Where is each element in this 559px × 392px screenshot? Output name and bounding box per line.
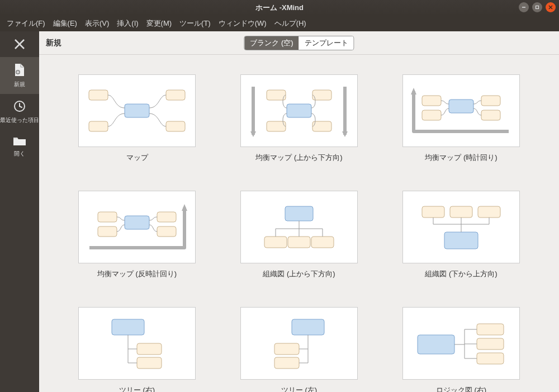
menu-edit[interactable]: 編集(E) xyxy=(50,17,80,30)
svg-rect-48 xyxy=(450,206,472,218)
sidebar-item-label: 最近使った項目 xyxy=(0,116,39,124)
template-label: 均衡マップ (時計回り) xyxy=(425,153,497,163)
svg-rect-14 xyxy=(89,121,108,131)
close-window-button[interactable] xyxy=(546,2,556,12)
thumbnail-balanced-down xyxy=(240,74,358,147)
svg-marker-23 xyxy=(250,131,256,137)
template-balanced-cw[interactable]: 均衡マップ (時計回り) xyxy=(402,74,520,163)
svg-rect-56 xyxy=(112,319,144,335)
template-label: ロジック図 (右) xyxy=(436,385,486,392)
template-tree-right[interactable]: ツリー (右) xyxy=(78,307,196,392)
svg-marker-25 xyxy=(342,131,348,137)
sidebar-item-open[interactable]: 開く xyxy=(0,130,39,163)
template-label: ツリー (左) xyxy=(281,385,317,392)
window-title: ホーム -XMind xyxy=(255,3,304,13)
thumbnail-logic-right xyxy=(402,307,520,380)
svg-rect-33 xyxy=(98,212,117,222)
minimize-button[interactable] xyxy=(519,2,529,12)
template-label: 均衡マップ (反時計回り) xyxy=(97,269,177,279)
svg-rect-47 xyxy=(422,206,444,218)
svg-rect-32 xyxy=(125,216,149,229)
sidebar-item-label: 開く xyxy=(14,150,25,158)
content-topbar: 新規 ブランク (空) テンプレート xyxy=(39,31,559,55)
thumbnail-balanced-cw xyxy=(402,74,520,147)
svg-rect-17 xyxy=(287,104,311,117)
menu-help[interactable]: ヘルプ(H) xyxy=(271,17,310,30)
svg-rect-16 xyxy=(166,121,185,131)
svg-rect-19 xyxy=(267,121,286,131)
menu-tools[interactable]: ツール(T) xyxy=(176,17,214,30)
svg-rect-64 xyxy=(477,338,504,350)
sidebar-item-label: 新規 xyxy=(14,81,25,88)
svg-rect-26 xyxy=(449,100,473,113)
svg-rect-65 xyxy=(477,353,504,364)
tab-blank[interactable]: ブランク (空) xyxy=(244,36,299,50)
svg-rect-18 xyxy=(267,90,286,100)
svg-rect-13 xyxy=(89,90,108,100)
svg-line-11 xyxy=(20,106,22,107)
thumbnail-tree-left xyxy=(240,307,358,380)
svg-rect-62 xyxy=(418,335,454,354)
svg-rect-29 xyxy=(481,96,500,106)
svg-rect-35 xyxy=(157,212,176,222)
tab-template[interactable]: テンプレート xyxy=(299,36,354,50)
maximize-button[interactable] xyxy=(532,2,542,12)
menu-change[interactable]: 変更(M) xyxy=(143,17,176,30)
thumbnail-org-down xyxy=(240,191,358,263)
template-label: ツリー (右) xyxy=(119,385,155,392)
svg-rect-21 xyxy=(312,121,331,131)
svg-rect-59 xyxy=(292,319,324,335)
menu-file[interactable]: ファイル(F) xyxy=(3,17,49,30)
svg-rect-63 xyxy=(477,324,504,335)
template-gallery[interactable]: マップ xyxy=(39,55,559,392)
svg-rect-38 xyxy=(285,206,313,221)
template-label: 組織図 (上から下方向) xyxy=(263,269,335,279)
thumbnail-org-up xyxy=(402,191,520,263)
sidebar: 新規 最近使った項目 開く xyxy=(0,31,39,392)
thumbnail-map xyxy=(78,74,196,147)
template-org-down[interactable]: 組織図 (上から下方向) xyxy=(240,191,358,279)
template-label: 均衡マップ (上から下方向) xyxy=(255,153,342,163)
menu-insert[interactable]: 挿入(I) xyxy=(113,17,141,30)
svg-rect-1 xyxy=(536,6,539,9)
svg-marker-31 xyxy=(411,88,416,95)
svg-rect-20 xyxy=(312,90,331,100)
svg-rect-34 xyxy=(98,226,117,237)
clock-icon xyxy=(13,100,26,113)
template-tree-left[interactable]: ツリー (左) xyxy=(240,307,358,392)
menu-view[interactable]: 表示(V) xyxy=(82,17,112,30)
menu-window[interactable]: ウィンドウ(W) xyxy=(215,17,270,30)
template-map[interactable]: マップ xyxy=(78,74,196,163)
svg-rect-12 xyxy=(125,104,149,117)
svg-rect-60 xyxy=(274,343,299,355)
svg-rect-28 xyxy=(422,110,441,120)
sidebar-item-recent[interactable]: 最近使った項目 xyxy=(0,94,39,130)
window-controls xyxy=(519,2,556,12)
svg-rect-57 xyxy=(137,343,162,355)
template-logic-right[interactable]: ロジック図 (右) xyxy=(402,307,520,392)
svg-rect-58 xyxy=(137,357,162,369)
tab-switcher: ブランク (空) テンプレート xyxy=(244,36,354,50)
folder-icon xyxy=(12,135,27,147)
svg-marker-37 xyxy=(182,204,187,211)
svg-rect-40 xyxy=(288,237,310,248)
svg-rect-30 xyxy=(481,110,500,120)
template-label: マップ xyxy=(126,153,148,163)
svg-rect-61 xyxy=(274,357,299,369)
template-balanced-down[interactable]: 均衡マップ (上から下方向) xyxy=(240,74,358,163)
template-balanced-ccw[interactable]: 均衡マップ (反時計回り) xyxy=(78,191,196,279)
svg-rect-50 xyxy=(444,232,478,249)
svg-rect-15 xyxy=(166,90,185,100)
menu-bar: ファイル(F) 編集(E) 表示(V) 挿入(I) 変更(M) ツール(T) ウ… xyxy=(0,16,559,31)
thumbnail-balanced-ccw xyxy=(78,191,196,263)
sidebar-item-new[interactable]: 新規 xyxy=(0,57,39,94)
template-org-up[interactable]: 組織図 (下から上方向) xyxy=(402,191,520,279)
svg-rect-27 xyxy=(422,96,441,106)
content-area: 新規 ブランク (空) テンプレート xyxy=(39,31,559,392)
thumbnail-tree-right xyxy=(78,307,196,380)
svg-rect-49 xyxy=(478,206,500,218)
svg-rect-36 xyxy=(157,226,176,237)
svg-rect-41 xyxy=(311,237,334,248)
close-panel-button[interactable] xyxy=(13,38,26,50)
template-label: 組織図 (下から上方向) xyxy=(425,269,497,279)
